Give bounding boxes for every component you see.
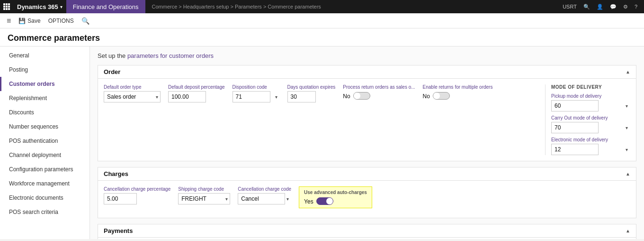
save-button[interactable]: 💾 Save [16,16,43,26]
sidebar-item-electronic-documents[interactable]: Electronic documents [0,191,89,205]
sidebar-item-general[interactable]: General [0,48,89,63]
enable-returns-multiple-toggle[interactable] [433,92,450,100]
cancellation-charge-code-select-wrapper: Cancel [238,193,291,204]
sidebar-item-configuration-parameters[interactable]: Configuration parameters [0,162,89,176]
brand-name-label: Dynamics 365 [17,3,58,10]
hamburger-button[interactable]: ≡ [4,17,14,25]
cancellation-charge-code-field: Cancellation charge code Cancel [238,186,291,208]
process-return-orders-toggle[interactable] [353,92,370,100]
toolbar-search-icon[interactable]: 🔍 [81,17,89,25]
charges-fields-row: Cancellation charge percentage Shipping … [104,186,630,208]
use-advanced-auto-charges-toggle[interactable] [316,197,333,205]
svg-rect-1 [6,3,8,5]
cancellation-charge-code-label: Cancellation charge code [238,186,291,192]
carry-out-mode-select[interactable]: 70 [551,122,599,133]
user-icon[interactable]: 👤 [595,4,605,10]
order-section-title: Order [104,68,120,75]
disposition-code-label: Disposition code [233,84,280,90]
sidebar-item-posting[interactable]: Posting [0,63,89,77]
use-advanced-auto-charges-thumb [326,198,333,204]
charges-section-title: Charges [104,170,128,177]
toolbar: ≡ 💾 Save OPTIONS 🔍 [0,13,644,28]
sidebar-item-customer-orders[interactable]: Customer orders [0,77,89,91]
charges-section: Charges ▲ Cancellation charge percentage… [98,167,636,218]
app-grid-button[interactable] [0,0,13,13]
order-section-body: Default order type Sales order Customer … [98,79,636,161]
process-return-orders-field: Process return orders as sales o... No [343,84,415,102]
payments-collapse-icon[interactable]: ▲ [626,228,630,233]
svg-rect-7 [6,8,8,10]
pickup-mode-select-wrapper: 60 [551,100,630,111]
days-quotation-expires-label: Days quotation expires [287,84,336,90]
content-area: Set up the parameters for customer order… [90,46,644,239]
use-advanced-auto-charges-value: Yes [304,197,313,205]
carry-out-mode-field: Carry Out mode of delivery 70 [551,115,630,133]
page-header: Commerce parameters [0,28,644,46]
main-layout: General Posting Customer orders Replenis… [0,46,644,239]
svg-rect-6 [3,8,5,10]
payments-section-body: Terms of payment CreditCard Method of pa… [98,238,636,239]
electronic-mode-select[interactable]: 12 [551,144,599,155]
mode-of-delivery-section: MODE OF DELIVERY Pickup mode of delivery… [545,84,630,155]
use-advanced-auto-charges-field: Use advanced auto-charges Yes [299,186,372,208]
options-button[interactable]: OPTIONS [45,16,77,26]
disposition-code-select[interactable]: 71 [233,91,270,102]
order-fields-row-1: Default order type Sales order Customer … [104,84,545,102]
shipping-charge-code-field: Shipping charge code FREIGHT [178,186,230,208]
enable-returns-multiple-thumb [433,93,440,99]
default-deposit-pct-label: Default deposit percentage [168,84,225,90]
electronic-mode-label: Electronic mode of delivery [551,137,630,142]
svg-rect-2 [8,3,10,5]
days-quotation-expires-field: Days quotation expires [287,84,336,102]
enable-returns-multiple-label: Enable returns for multiple orders [423,84,493,90]
search-icon[interactable]: 🔍 [581,4,592,10]
svg-rect-5 [8,6,10,8]
default-order-type-select[interactable]: Sales order Customer order [104,91,161,102]
help-icon[interactable]: ? [633,4,639,9]
pickup-mode-field: Pickup mode of delivery 60 [551,93,630,111]
enable-returns-multiple-field: Enable returns for multiple orders No [423,84,493,102]
cancellation-charge-pct-input[interactable] [104,193,137,204]
page-title: Commerce parameters [8,33,636,43]
process-return-orders-toggle-wrapper: No [343,92,415,100]
sidebar-item-discounts[interactable]: Discounts [0,105,89,120]
payments-section-title: Payments [104,227,133,234]
order-section-header: Order ▲ [98,65,636,79]
shipping-charge-code-label: Shipping charge code [178,186,230,192]
sidebar-item-pos-search-criteria[interactable]: POS search criteria [0,205,89,219]
use-advanced-auto-charges-toggle-wrapper: Yes [304,197,367,205]
breadcrumb: Commerce > Headquarters setup > Paramete… [145,4,561,9]
enable-returns-multiple-value: No [423,92,430,100]
sidebar-item-pos-authentication[interactable]: POS authentication [0,134,89,148]
default-deposit-pct-input[interactable] [168,91,206,102]
sidebar-item-channel-deployment[interactable]: Channel deployment [0,148,89,162]
dynamics-brand[interactable]: Dynamics 365 ▾ [13,0,66,13]
order-section: Order ▲ Default order type Sales order [98,65,636,161]
process-return-orders-thumb [354,93,360,99]
pickup-mode-select[interactable]: 60 [551,100,599,111]
shipping-charge-code-select-wrapper: FREIGHT [178,193,230,204]
brand-chevron-icon: ▾ [60,4,63,9]
sidebar-item-workforce-management[interactable]: Workforce management [0,176,89,191]
payments-section: Payments ▲ Terms of payment CreditCard [98,224,636,239]
carry-out-mode-label: Carry Out mode of delivery [551,115,630,120]
order-collapse-icon[interactable]: ▲ [626,69,630,74]
default-deposit-pct-field: Default deposit percentage [168,84,225,102]
charges-section-body: Cancellation charge percentage Shipping … [98,181,636,218]
shipping-charge-code-select[interactable]: FREIGHT [178,193,230,204]
pickup-mode-label: Pickup mode of delivery [551,93,630,99]
module-name-label: Finance and Operations [66,0,145,13]
chat-icon[interactable]: 💬 [608,4,618,10]
cancellation-charge-code-select[interactable]: Cancel [238,193,285,204]
payments-section-header: Payments ▲ [98,224,636,238]
disposition-code-field: Disposition code 71 [233,84,280,102]
sidebar-item-replenishment[interactable]: Replenishment [0,91,89,105]
svg-rect-4 [6,6,8,8]
settings-icon[interactable]: ⚙ [621,4,630,10]
svg-rect-0 [3,3,5,5]
cancellation-charge-pct-label: Cancellation charge percentage [104,186,170,192]
sidebar-item-number-sequences[interactable]: Number sequences [0,120,89,134]
charges-collapse-icon[interactable]: ▲ [626,171,630,176]
days-quotation-expires-input[interactable] [287,91,316,102]
disposition-code-select-wrapper: 71 [233,91,280,102]
